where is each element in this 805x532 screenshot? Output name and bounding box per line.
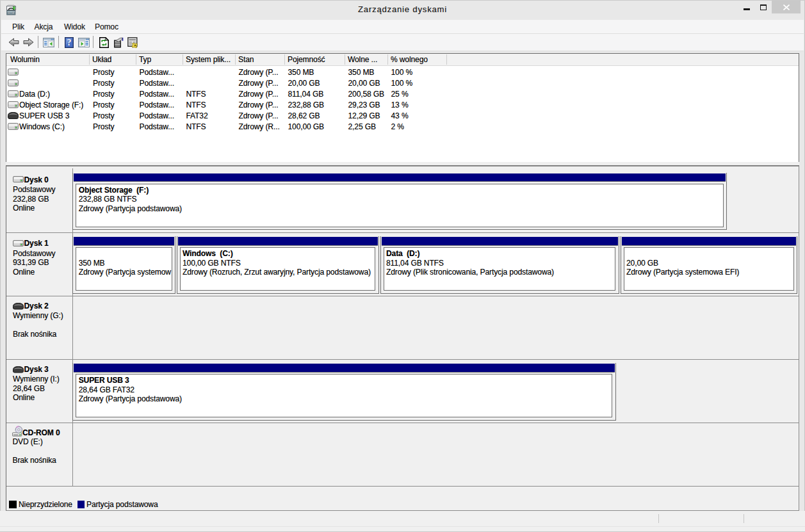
svg-text:?: ? bbox=[67, 38, 71, 47]
